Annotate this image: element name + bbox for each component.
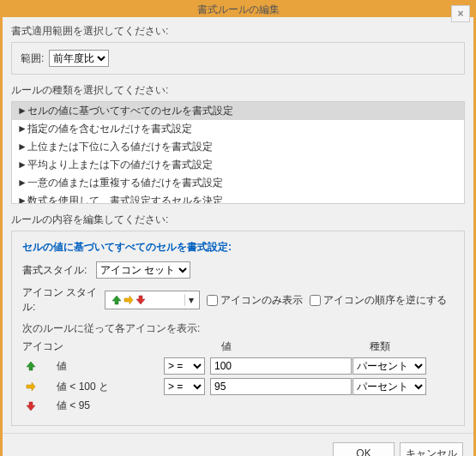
arrow-down-icon	[22, 400, 39, 412]
icon-rule-row: 値 > = パーセント	[22, 357, 454, 375]
ruletype-item[interactable]: ►指定の値を含むセルだけを書式設定	[12, 120, 464, 138]
ruletype-item[interactable]: ►上位または下位に入る値だけを書式設定	[12, 138, 464, 156]
chevron-down-icon: ▾	[184, 294, 197, 306]
format-style-label: 書式スタイル:	[22, 263, 96, 278]
head-icon: アイコン	[22, 339, 183, 354]
icon-style-select[interactable]: ▾	[105, 291, 200, 309]
format-style-select[interactable]: アイコン セット	[96, 261, 190, 279]
arrow-up-icon	[22, 360, 39, 372]
range-row: 範囲: 前年度比	[21, 50, 455, 67]
icon-rule-row: 値 < 95	[22, 399, 454, 413]
range-label: 範囲:	[21, 51, 44, 66]
format-style-row: 書式スタイル: アイコン セット	[22, 261, 454, 279]
icon-style-row: アイコン スタイル: ▾ アイコンのみ表示 アイコンの順序	[22, 285, 454, 315]
close-icon: ×	[457, 8, 463, 20]
icons-only-checkbox[interactable]: アイコンのみ表示	[207, 293, 303, 308]
ruletype-item[interactable]: ►一意の値または重複する値だけを書式設定	[12, 174, 464, 192]
operator-select[interactable]: > =	[164, 378, 205, 395]
reverse-order-input[interactable]	[310, 295, 321, 306]
icon-rule-row: 値 < 100 と > = パーセント	[22, 378, 454, 395]
head-value: 値	[221, 339, 369, 354]
icon-style-label: アイコン スタイル:	[22, 285, 105, 315]
icons-only-input[interactable]	[207, 295, 218, 306]
dialog-footer: OK キャンセル	[3, 433, 473, 456]
dialog-title: 書式ルールの編集	[197, 3, 280, 17]
rule-desc: 値	[39, 359, 164, 374]
reverse-order-checkbox[interactable]: アイコンの順序を逆にする	[310, 293, 447, 308]
ruletype-label: ルールの種類を選択してください:	[11, 83, 465, 98]
ruletype-item[interactable]: ►数式を使用して、書式設定するセルを決定	[12, 192, 464, 204]
arrow-up-icon	[111, 294, 123, 306]
arrow-right-icon	[22, 381, 39, 393]
reverse-order-label: アイコンの順序を逆にする	[323, 293, 447, 308]
icons-only-label: アイコンのみ表示	[220, 293, 303, 308]
rule-desc: 値 < 95	[39, 399, 164, 413]
ok-button[interactable]: OK	[333, 442, 395, 456]
dialog: 書式ルールの編集 × 書式適用範囲を選択してください: 範囲: 前年度比 ルール…	[3, 3, 473, 453]
value-input[interactable]	[210, 357, 352, 375]
icon-table-header: アイコン 値 種類	[22, 339, 454, 354]
rule-desc: 値 < 100 と	[39, 380, 164, 394]
scope-label: 書式適用範囲を選択してください:	[11, 24, 465, 39]
head-type: 種類	[370, 339, 454, 354]
ruletype-item[interactable]: ►平均より上または下の値だけを書式設定	[12, 156, 464, 174]
range-select[interactable]: 前年度比	[49, 50, 109, 67]
content-title: セルの値に基づいてすべてのセルを書式設定:	[22, 240, 454, 255]
ruletype-item[interactable]: ►セルの値に基づいてすべてのセルを書式設定	[12, 102, 464, 120]
arrow-down-icon	[135, 294, 147, 306]
titlebar: 書式ルールの編集 ×	[3, 3, 473, 17]
ruletype-list[interactable]: ►セルの値に基づいてすべてのセルを書式設定 ►指定の値を含むセルだけを書式設定 …	[11, 101, 465, 204]
close-button[interactable]: ×	[451, 5, 470, 22]
value-input[interactable]	[210, 378, 352, 395]
arrow-right-icon	[123, 294, 135, 306]
content-label: ルールの内容を編集してください:	[11, 213, 465, 227]
content-group: セルの値に基づいてすべてのセルを書式設定: 書式スタイル: アイコン セット ア…	[11, 231, 465, 426]
icon-style-preview	[107, 294, 184, 306]
type-select[interactable]: パーセント	[352, 357, 426, 375]
cancel-button[interactable]: キャンセル	[400, 442, 463, 456]
type-select[interactable]: パーセント	[352, 378, 426, 395]
operator-select[interactable]: > =	[164, 357, 205, 375]
rules-desc-label: 次のルールに従って各アイコンを表示:	[22, 321, 454, 336]
dialog-body: 書式適用範囲を選択してください: 範囲: 前年度比 ルールの種類を選択してくださ…	[3, 17, 473, 433]
scope-group: 範囲: 前年度比	[11, 42, 465, 75]
